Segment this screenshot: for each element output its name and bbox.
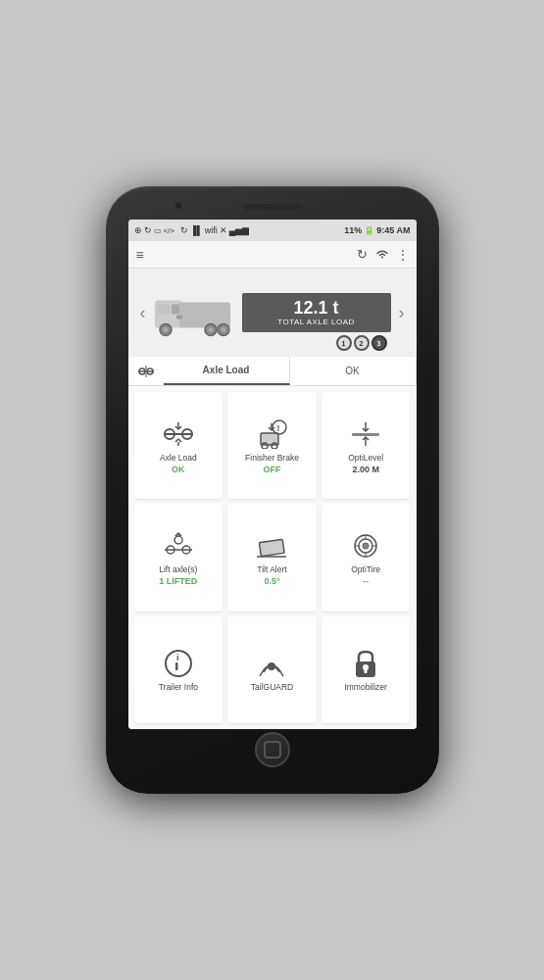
- finisher-brake-icon: !: [253, 417, 290, 451]
- axle-2[interactable]: 2: [354, 335, 370, 351]
- tilt-alert-value: 0.5°: [264, 576, 279, 586]
- optitire-tile[interactable]: OptiTire --: [321, 504, 411, 611]
- tailguard-label: TailGUARD: [251, 682, 293, 692]
- prev-arrow[interactable]: ‹: [136, 301, 150, 325]
- wifi-status: wifi: [205, 225, 218, 235]
- optitire-value: --: [363, 576, 369, 586]
- speaker: [243, 204, 302, 210]
- svg-point-40: [363, 543, 369, 549]
- svg-rect-3: [158, 305, 170, 315]
- feature-grid: Axle Load OK !: [134, 392, 411, 723]
- phone-top: [116, 198, 429, 220]
- trailer-info-tile[interactable]: i Trailer Info: [134, 616, 223, 723]
- axle-load-value: OK: [172, 465, 185, 474]
- code-icon: </>: [164, 226, 175, 235]
- x-icon: ✕: [220, 225, 227, 235]
- svg-rect-28: [352, 433, 379, 436]
- svg-point-6: [163, 327, 168, 332]
- home-button-inner: [264, 741, 281, 759]
- optitire-icon: [347, 529, 384, 563]
- svg-text:i: i: [176, 653, 179, 662]
- tailguard-icon: [253, 647, 290, 680]
- axle-indicators: 1 2 3: [336, 335, 387, 351]
- camera: [174, 202, 182, 210]
- tailguard-tile[interactable]: TailGUARD: [227, 616, 317, 723]
- action-bar: ≡ ↻ ⋮: [128, 241, 417, 269]
- phone-bottom: [255, 729, 290, 770]
- svg-point-8: [208, 327, 213, 332]
- optilevel-icon: [347, 417, 384, 451]
- lift-axle-icon: [160, 529, 197, 563]
- immobilizer-tile[interactable]: Immobilizer: [321, 616, 411, 723]
- status-bar: ⊕ ↻ ▭ </> ↻ ▐▌ wifi ✕ ▄▅▆ 11% 🔋 9:45 AM: [128, 220, 417, 241]
- optilevel-label: OptiLevel: [348, 453, 383, 463]
- svg-text:!: !: [277, 423, 280, 433]
- tab-ok[interactable]: OK: [290, 357, 417, 385]
- back-icon: ⊕: [134, 225, 142, 235]
- tilt-alert-icon: [253, 529, 290, 563]
- finisher-brake-label: Finisher Brake: [245, 453, 299, 463]
- optitire-label: OptiTire: [351, 564, 380, 574]
- screen-icon: ▭: [154, 226, 162, 235]
- axle-3[interactable]: 3: [371, 335, 387, 351]
- grid-area: Axle Load OK !: [128, 386, 417, 729]
- axle-1[interactable]: 1: [336, 335, 352, 351]
- status-left: ⊕ ↻ ▭ </> ↻ ▐▌ wifi ✕ ▄▅▆: [134, 225, 250, 235]
- axle-load-tile[interactable]: Axle Load OK: [134, 392, 223, 499]
- lift-axle-label: Lift axle(s): [159, 564, 197, 574]
- tab-icon: [128, 365, 164, 378]
- cell-bars: ▐▌: [190, 225, 203, 235]
- action-icons: ↻ ⋮: [357, 247, 409, 262]
- phone-frame: ⊕ ↻ ▭ </> ↻ ▐▌ wifi ✕ ▄▅▆ 11% 🔋 9:45 AM …: [106, 186, 439, 794]
- immobilizer-label: Immobilizer: [344, 682, 386, 692]
- tilt-alert-label: Tilt Alert: [257, 564, 286, 574]
- screen: ⊕ ↻ ▭ </> ↻ ▐▌ wifi ✕ ▄▅▆ 11% 🔋 9:45 AM …: [128, 220, 417, 729]
- tab-bar: Axle Load OK: [128, 357, 417, 386]
- axle-load-label: Axle Load: [160, 453, 197, 463]
- time-display: 9:45 AM: [376, 225, 410, 235]
- lift-axle-tile[interactable]: Lift axle(s) 1 LIFTED: [134, 504, 223, 611]
- svg-point-10: [221, 327, 225, 332]
- optilevel-value: 2.00 M: [352, 465, 379, 474]
- finisher-brake-value: OFF: [263, 465, 280, 474]
- load-value: 12.1 t: [246, 299, 387, 318]
- lift-axle-value: 1 LIFTED: [159, 576, 197, 586]
- tilt-alert-tile[interactable]: Tilt Alert 0.5°: [227, 504, 317, 611]
- wifi-icon: [375, 248, 389, 262]
- signal-icon2: ↻: [180, 225, 188, 235]
- optilevel-tile[interactable]: OptiLevel 2.00 M: [321, 392, 411, 499]
- next-arrow[interactable]: ›: [395, 301, 409, 325]
- svg-rect-52: [365, 668, 368, 673]
- svg-point-49: [269, 663, 274, 669]
- trailer-info-label: Trailer Info: [159, 682, 198, 692]
- battery-percent: 11%: [344, 225, 362, 235]
- more-icon[interactable]: ⋮: [397, 248, 409, 262]
- svg-rect-2: [172, 305, 179, 315]
- svg-point-34: [174, 536, 182, 544]
- axle-load-icon: [160, 417, 197, 451]
- load-label: TOTAL AXLE LOAD: [246, 318, 387, 326]
- svg-rect-11: [176, 316, 182, 319]
- truck-banner: ‹: [128, 269, 417, 357]
- menu-icon[interactable]: ≡: [136, 247, 144, 263]
- trailer-info-icon: i: [160, 647, 197, 680]
- refresh-icon[interactable]: ↻: [357, 247, 368, 262]
- signal-bars: ▄▅▆: [229, 225, 249, 235]
- svg-rect-47: [175, 662, 178, 670]
- home-button[interactable]: [255, 732, 290, 767]
- tab-axle-load[interactable]: Axle Load: [164, 357, 290, 385]
- immobilizer-icon: [347, 647, 384, 680]
- sync-icon: ↻: [144, 225, 152, 235]
- svg-rect-36: [260, 539, 285, 556]
- truck-image: [150, 278, 238, 347]
- finisher-brake-tile[interactable]: ! Finisher Brake OFF: [227, 392, 317, 499]
- status-right: 11% 🔋 9:45 AM: [344, 225, 410, 235]
- battery-icon: 🔋: [364, 225, 374, 235]
- total-load-display: 12.1 t TOTAL AXLE LOAD: [242, 293, 391, 333]
